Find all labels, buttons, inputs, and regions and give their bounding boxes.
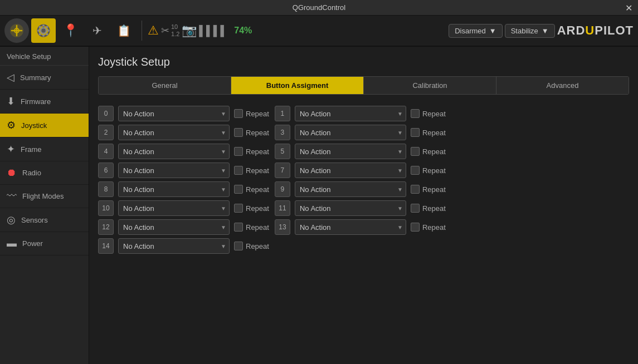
sidebar-item-sensors[interactable]: ◎ Sensors: [0, 208, 89, 232]
action-select-4[interactable]: No Action: [118, 144, 230, 159]
sidebar-label-sensors: Sensors: [21, 216, 48, 224]
repeat-label-7: Repeat: [422, 166, 446, 175]
close-button[interactable]: ✕: [625, 2, 632, 13]
repeat-checkbox-14[interactable]: [234, 242, 243, 250]
sidebar-item-summary[interactable]: ◁ Summary: [0, 66, 89, 90]
action-select-3[interactable]: No Action: [295, 125, 406, 140]
sidebar-label-summary: Summary: [20, 73, 51, 82]
sidebar-label-radio: Radio: [22, 169, 41, 177]
sidebar: Vehicle Setup ◁ Summary ⬇ Firmware ⚙ Joy…: [0, 47, 89, 364]
repeat-checkbox-1[interactable]: [411, 109, 420, 118]
toolbar: 📍 ✈ 📋 ⚠ ✂ 10 1.2 📷 ▌▌▌▌ 74% Disarmed ▼ S…: [0, 16, 638, 47]
sidebar-item-power[interactable]: ▬ Power: [0, 232, 89, 255]
mode-chevron-icon: ▼: [542, 27, 549, 35]
action-select-14[interactable]: No Action: [118, 238, 230, 254]
tab-calibration[interactable]: Calibration: [364, 77, 496, 94]
svg-point-6: [37, 29, 40, 32]
button-number-8: 8: [98, 181, 114, 197]
svg-point-10: [46, 26, 48, 28]
svg-point-5: [42, 35, 45, 37]
action-select-11[interactable]: No Action: [295, 200, 406, 216]
arm-label: Disarmed: [455, 27, 486, 35]
repeat-checkbox-11[interactable]: [411, 204, 420, 213]
settings-icon[interactable]: [31, 18, 56, 43]
sidebar-item-joystick[interactable]: ⚙ Joystick: [0, 114, 89, 137]
repeat-checkbox-10[interactable]: [234, 204, 243, 213]
table-row: 14No ActionRepeat: [98, 238, 629, 254]
divider: [142, 21, 142, 41]
table-row: 8No ActionRepeat9No ActionRepeat: [98, 181, 629, 197]
repeat-checkbox-8[interactable]: [234, 185, 243, 194]
button-number-7: 7: [275, 163, 290, 178]
warning-icon[interactable]: ⚠: [148, 23, 159, 38]
repeat-checkbox-12[interactable]: [234, 223, 243, 232]
repeat-checkbox-4[interactable]: [234, 147, 243, 156]
tab-advanced[interactable]: Advanced: [496, 77, 629, 94]
table-row: 0No ActionRepeat1No ActionRepeat: [98, 106, 629, 121]
sidebar-item-frame[interactable]: ✦ Frame: [0, 137, 89, 161]
document-icon[interactable]: 📋: [111, 18, 136, 43]
action-select-1[interactable]: No Action: [295, 106, 406, 121]
repeat-label-3: Repeat: [422, 129, 446, 137]
signal-bars: ▌▌▌▌: [199, 25, 227, 37]
camera-icon[interactable]: 📷: [182, 23, 197, 38]
app-title: QGroundControl: [293, 3, 345, 12]
tab-bar: General Button Assigment Calibration Adv…: [98, 76, 629, 95]
action-select-8[interactable]: No Action: [118, 181, 230, 197]
action-select-12[interactable]: No Action: [118, 219, 230, 235]
action-select-7[interactable]: No Action: [295, 163, 406, 178]
button-number-14: 14: [98, 238, 114, 254]
repeat-checkbox-5[interactable]: [411, 147, 420, 156]
sidebar-item-firmware[interactable]: ⬇ Firmware: [0, 90, 89, 114]
repeat-checkbox-2[interactable]: [234, 128, 243, 137]
sidebar-label-firmware: Firmware: [21, 97, 51, 106]
repeat-label-14: Repeat: [246, 242, 269, 250]
sensors-icon: ◎: [7, 214, 16, 226]
map-pin-icon[interactable]: 📍: [58, 18, 82, 43]
sidebar-item-radio[interactable]: ⏺ Radio: [0, 161, 89, 185]
summary-icon: ◁: [7, 71, 14, 83]
tab-button-assignment[interactable]: Button Assigment: [231, 77, 364, 94]
repeat-label-1: Repeat: [422, 110, 446, 118]
action-select-2[interactable]: No Action: [118, 125, 230, 140]
repeat-checkbox-3[interactable]: [411, 128, 420, 137]
repeat-checkbox-7[interactable]: [411, 166, 420, 175]
repeat-checkbox-13[interactable]: [411, 223, 420, 232]
repeat-label-6: Repeat: [246, 166, 269, 175]
action-select-9[interactable]: No Action: [295, 181, 406, 197]
arm-dropdown[interactable]: Disarmed ▼: [449, 24, 503, 38]
repeat-checkbox-0[interactable]: [234, 109, 243, 118]
frame-icon: ✦: [7, 143, 15, 155]
mode-dropdown[interactable]: Stabilize ▼: [505, 24, 555, 38]
sidebar-item-flight-modes[interactable]: 〰 Flight Modes: [0, 185, 89, 208]
tab-general[interactable]: General: [99, 77, 231, 94]
action-select-6[interactable]: No Action: [118, 163, 230, 178]
repeat-checkbox-6[interactable]: [234, 166, 243, 175]
action-select-10[interactable]: No Action: [118, 200, 230, 216]
button-number-6: 6: [98, 163, 114, 178]
button-number-1: 1: [275, 106, 290, 121]
ardupilot-logo: ARDUPILOT: [557, 23, 634, 38]
send-icon[interactable]: ✈: [85, 18, 109, 43]
button-number-3: 3: [275, 125, 290, 140]
repeat-label-4: Repeat: [246, 147, 269, 156]
action-select-13[interactable]: No Action: [295, 219, 406, 235]
button-number-5: 5: [275, 144, 290, 159]
sidebar-label-power: Power: [22, 239, 43, 248]
button-number-11: 11: [275, 200, 290, 216]
home-icon[interactable]: [4, 18, 29, 43]
button-number-12: 12: [98, 219, 114, 235]
repeat-checkbox-9[interactable]: [411, 185, 420, 194]
action-select-5[interactable]: No Action: [295, 144, 406, 159]
sidebar-label-flight-modes: Flight Modes: [22, 192, 64, 200]
svg-point-8: [39, 26, 41, 28]
arm-chevron-icon: ▼: [489, 27, 496, 35]
button-number-9: 9: [275, 181, 290, 197]
page-title: Joystick Setup: [98, 56, 629, 68]
assignment-grid: 0No ActionRepeat1No ActionRepeat2No Acti…: [98, 106, 629, 254]
table-row: 12No ActionRepeat13No ActionRepeat: [98, 219, 629, 235]
repeat-label-9: Repeat: [422, 185, 446, 194]
action-select-0[interactable]: No Action: [118, 106, 230, 121]
flight-modes-icon: 〰: [7, 190, 17, 202]
repeat-label-13: Repeat: [422, 223, 446, 232]
